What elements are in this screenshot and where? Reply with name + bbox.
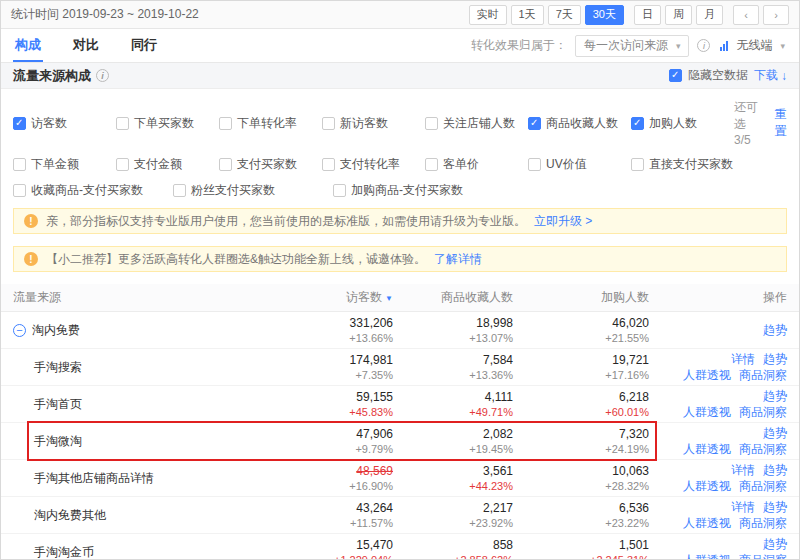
checkbox-icon[interactable] xyxy=(322,158,335,171)
tab[interactable]: 同行 xyxy=(129,29,159,62)
chevron-right-icon: › xyxy=(774,9,778,21)
checkbox-icon[interactable] xyxy=(322,117,335,130)
action-link[interactable]: 商品洞察 xyxy=(739,404,787,420)
actions-cell: 详情 趋势 人群透视 商品洞察 xyxy=(649,351,787,383)
action-link[interactable]: 详情 xyxy=(731,499,755,515)
metric-checkbox-item[interactable]: 支付买家数 xyxy=(219,156,322,173)
metric-checkbox-item[interactable]: 新访客数 xyxy=(322,115,425,132)
action-link[interactable]: 趋势 xyxy=(763,462,787,478)
action-link[interactable]: 详情 xyxy=(731,462,755,478)
action-link[interactable]: 趋势 xyxy=(763,322,787,338)
action-link[interactable]: 商品洞察 xyxy=(739,367,787,383)
checkbox-icon[interactable] xyxy=(116,158,129,171)
reset-button[interactable]: 重置 xyxy=(775,106,787,140)
collapse-icon[interactable]: − xyxy=(13,324,26,337)
hide-empty-checkbox[interactable] xyxy=(669,69,682,82)
notice-text: 【小二推荐】更多活跃高转化人群圈选&触达功能全新上线，诚邀体验。 xyxy=(46,251,426,268)
metric-checkbox-item[interactable]: 访客数 xyxy=(13,115,116,132)
range-button[interactable]: 1天 xyxy=(511,5,544,25)
traffic-source-cell: − 手淘搜索 xyxy=(13,359,193,376)
period-button[interactable]: 周 xyxy=(665,5,692,25)
checkbox-icon[interactable] xyxy=(116,117,129,130)
metric-checkbox-item[interactable]: 支付金额 xyxy=(116,156,219,173)
metric-checkbox-item[interactable]: 下单转化率 xyxy=(219,115,322,132)
action-link[interactable]: 商品洞察 xyxy=(739,478,787,494)
action-link[interactable]: 详情 xyxy=(731,351,755,367)
checkbox-icon[interactable] xyxy=(13,158,26,171)
actions-cell: 详情 趋势 人群透视 商品洞察 xyxy=(649,462,787,494)
range-button[interactable]: 30天 xyxy=(585,5,624,25)
action-link[interactable]: 人群透视 xyxy=(683,478,731,494)
range-button[interactable]: 7天 xyxy=(548,5,581,25)
collect-value: 2,082 xyxy=(393,427,513,442)
checkbox-icon[interactable] xyxy=(13,117,26,130)
section-tools: 隐藏空数据 下载 ↓ xyxy=(669,67,787,84)
info-icon[interactable]: i xyxy=(697,39,710,52)
action-link[interactable]: 趋势 xyxy=(763,388,787,404)
period-button[interactable]: 日 xyxy=(634,5,661,25)
metric-checkbox-item[interactable]: 客单价 xyxy=(425,156,528,173)
action-link[interactable]: 商品洞察 xyxy=(739,441,787,457)
conversion-attribution-label: 转化效果归属于： xyxy=(471,37,567,54)
info-icon[interactable]: i xyxy=(96,69,109,82)
action-link[interactable]: 趋势 xyxy=(763,351,787,367)
table-row: − 手淘搜索 174,981 +7.35% 7,584 +13.36% 19,7… xyxy=(1,349,799,386)
action-link[interactable]: 趋势 xyxy=(763,536,787,552)
cart-value: 6,536 xyxy=(513,501,649,516)
checkbox-icon[interactable] xyxy=(425,158,438,171)
checkbox-icon[interactable] xyxy=(13,184,26,197)
metric-checkbox-item[interactable]: 支付转化率 xyxy=(322,156,425,173)
metric-checkbox-item[interactable]: 收藏商品-支付买家数 xyxy=(13,182,173,199)
metric-checkbox-item[interactable]: 加购商品-支付买家数 xyxy=(333,182,493,199)
action-link[interactable]: 人群透视 xyxy=(683,552,731,560)
notice-link[interactable]: 立即升级 > xyxy=(534,213,592,230)
sort-desc-icon[interactable]: ▼ xyxy=(385,294,393,303)
metric-checkbox-item[interactable]: 直接支付买家数 xyxy=(631,156,734,173)
checkbox-icon[interactable] xyxy=(631,158,644,171)
action-link[interactable]: 趋势 xyxy=(763,425,787,441)
next-button[interactable]: › xyxy=(763,5,789,25)
checkbox-icon[interactable] xyxy=(173,184,186,197)
metric-checkbox-item[interactable]: 加购人数 xyxy=(631,115,734,132)
cart-cell: 10,063 +28.32% xyxy=(513,464,649,493)
source-attribution-select[interactable]: 每一次访问来源 ▾ xyxy=(575,35,690,57)
metric-checkbox-item[interactable]: 关注店铺人数 xyxy=(425,115,528,132)
metric-label: 支付转化率 xyxy=(340,156,400,173)
checkbox-icon[interactable] xyxy=(528,117,541,130)
action-link[interactable]: 人群透视 xyxy=(683,367,731,383)
action-link[interactable]: 人群透视 xyxy=(683,441,731,457)
action-link[interactable]: 人群透视 xyxy=(683,515,731,531)
collect-change: +19.45% xyxy=(393,442,513,456)
actions-cell: 趋势 xyxy=(649,322,787,338)
collect-cell: 4,111 +49.71% xyxy=(393,390,513,419)
checkbox-icon[interactable] xyxy=(219,158,232,171)
action-link[interactable]: 人群透视 xyxy=(683,404,731,420)
cart-value: 46,020 xyxy=(513,316,649,331)
checkbox-icon[interactable] xyxy=(333,184,346,197)
traffic-source-table: 流量来源 访客数▼ 商品收藏人数 加购人数 操作 − 淘内免费 331,206 … xyxy=(1,284,799,560)
metric-checkbox-item[interactable]: 粉丝支付买家数 xyxy=(173,182,333,199)
topbar-controls: 实时1天7天30天 日周月 ‹ › xyxy=(469,5,790,25)
traffic-source-cell: − 淘内免费其他 xyxy=(13,507,193,524)
metric-checkbox-item[interactable]: UV价值 xyxy=(528,156,631,173)
notice-link[interactable]: 了解详情 xyxy=(434,251,482,268)
period-button[interactable]: 月 xyxy=(696,5,723,25)
checkbox-icon[interactable] xyxy=(528,158,541,171)
action-link[interactable]: 商品洞察 xyxy=(739,552,787,560)
metric-checkbox-item[interactable]: 下单买家数 xyxy=(116,115,219,132)
action-link[interactable]: 趋势 xyxy=(763,499,787,515)
download-button[interactable]: 下载 ↓ xyxy=(754,67,787,84)
tab[interactable]: 构成 xyxy=(13,29,43,62)
range-button[interactable]: 实时 xyxy=(469,5,507,25)
terminal-select[interactable]: 无线端 ▾ xyxy=(718,35,787,57)
metric-checkbox-item[interactable]: 商品收藏人数 xyxy=(528,115,631,132)
tab[interactable]: 对比 xyxy=(71,29,101,62)
collect-cell: 7,584 +13.36% xyxy=(393,353,513,382)
metric-checkbox-item[interactable]: 下单金额 xyxy=(13,156,116,173)
visitors-value: 48,569 xyxy=(193,464,393,479)
prev-button[interactable]: ‹ xyxy=(733,5,759,25)
checkbox-icon[interactable] xyxy=(219,117,232,130)
checkbox-icon[interactable] xyxy=(631,117,644,130)
action-link[interactable]: 商品洞察 xyxy=(739,515,787,531)
checkbox-icon[interactable] xyxy=(425,117,438,130)
